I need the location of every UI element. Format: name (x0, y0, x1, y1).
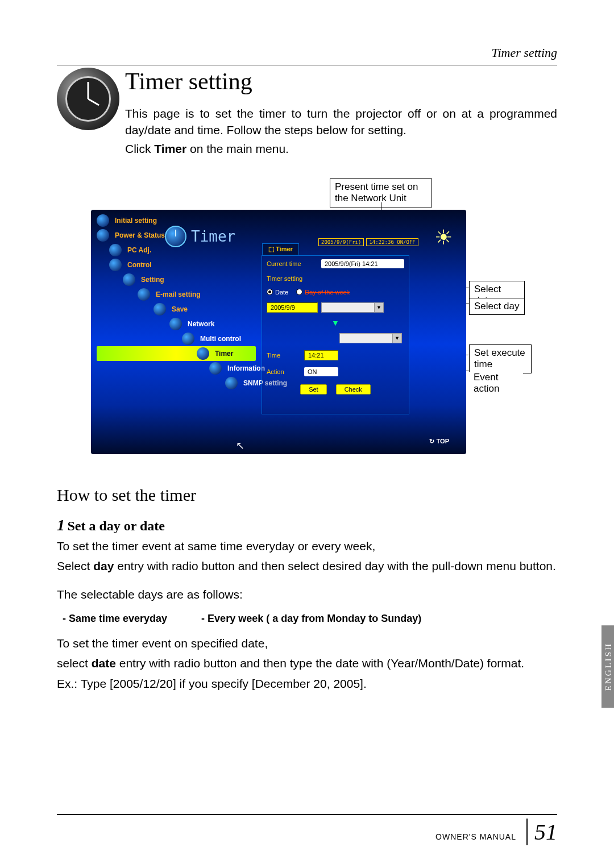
nav-setting[interactable]: Setting (97, 272, 256, 287)
screenshot-figure: Present time set on the Network Unit Sel… (91, 178, 523, 463)
arrow-down-icon: ▼ (262, 316, 409, 330)
radio-dot-icon (267, 289, 273, 295)
page-footer: OWNER'S MANUAL 51 (57, 814, 557, 845)
body-text: The selectable days are as follows: (57, 586, 557, 603)
nav-icon (138, 288, 150, 301)
body-text: To set the timer event at same time ever… (57, 538, 557, 554)
step-number: 1 (57, 516, 65, 534)
nav-icon (154, 303, 166, 315)
text-span: Select (57, 559, 93, 572)
top-label: TOP (437, 438, 449, 445)
intro-paragraph: This page is to set the timer to turn th… (125, 105, 557, 139)
radio-day-of-week[interactable]: Day of the week (296, 289, 350, 296)
radio-dot-icon (296, 289, 302, 295)
click-suffix: on the main menu. (186, 142, 289, 155)
nav-label: Timer (215, 350, 233, 358)
radio-date[interactable]: Date (267, 289, 288, 296)
body-text: Ex.: Type [2005/12/20] if you specify [D… (57, 675, 557, 692)
nav-icon (97, 214, 109, 227)
nav-label: Power & Status (115, 231, 165, 239)
callout-select-day: Select day (469, 298, 525, 315)
selectable-days-row: - Same time everyday - Every week ( a da… (57, 613, 557, 625)
nav-icon (123, 273, 135, 286)
nav-multi-control[interactable]: Multi control (97, 331, 256, 346)
option-b: - Every week ( a day from Monday to Sund… (201, 613, 421, 625)
ui-screenshot: Initial setting Power & Status PC Adj. C… (91, 210, 466, 454)
nav-information[interactable]: Information (97, 361, 256, 376)
action-label: Action (267, 368, 301, 375)
nav-label: Multi control (200, 335, 241, 343)
timer-setting-label: Timer setting (267, 275, 318, 282)
status-time: 14:22:36 ON/OFF (366, 238, 418, 246)
nav-control[interactable]: Control (97, 258, 256, 272)
callout-set-execute-time: Set execute time (469, 344, 532, 373)
top-button[interactable]: ↻TOP (429, 438, 449, 445)
sun-icon: ☀ (434, 226, 453, 250)
nav-label: E-mail setting (156, 290, 201, 298)
nav-label: Initial setting (115, 217, 157, 225)
nav-save[interactable]: Save (97, 302, 256, 317)
status-date: 2005/9/9(Fri) (318, 238, 364, 246)
text-span: entry with radio button and then type th… (116, 657, 524, 670)
page-number: 51 (526, 819, 557, 845)
nav-label: PC Adj. (127, 246, 151, 254)
step-title: Set a day or date (67, 518, 165, 533)
nav-snmp-setting[interactable]: SNMP setting (97, 376, 256, 391)
nav-icon (97, 229, 109, 242)
text-bold: date (92, 657, 116, 670)
status-bar: 2005/9/9(Fri) 14:22:36 ON/OFF (318, 238, 418, 246)
callout-event-action: Event action (469, 372, 523, 395)
nav-icon (109, 259, 122, 271)
nav-icon (182, 333, 194, 345)
nav-timer[interactable]: Timer (97, 346, 256, 361)
time-input[interactable]: 14:21 (304, 350, 338, 360)
nav-network[interactable]: Network (97, 317, 256, 331)
text-span: select (57, 657, 92, 670)
nav-icon (109, 244, 122, 256)
chevron-down-icon: ▼ (392, 334, 401, 343)
set-button[interactable]: Set (300, 384, 327, 394)
nav-label: Control (127, 261, 152, 269)
radio-date-label: Date (275, 289, 288, 296)
date-input[interactable]: 2005/9/9 (267, 302, 318, 313)
nav-label: Information (227, 364, 265, 372)
click-instruction: Click Timer on the main menu. (125, 142, 557, 156)
timer-panel: Timer Current time 2005/9/9(Fri) 14:21 T… (262, 255, 409, 414)
day-dropdown[interactable]: ▼ (321, 302, 384, 313)
language-tab: ENGLISH (601, 625, 614, 708)
dropdown[interactable]: ▼ (339, 333, 402, 343)
action-select[interactable]: ON (304, 367, 338, 376)
page-title: Timer setting (125, 68, 557, 95)
nav-label: Save (172, 305, 188, 313)
nav-label: Network (188, 320, 214, 328)
check-button[interactable]: Check (336, 384, 371, 394)
time-label: Time (267, 352, 301, 359)
click-bold: Timer (154, 142, 186, 155)
body-text: Select day entry with radio button and t… (57, 558, 557, 574)
cursor-icon: ↖ (236, 439, 244, 452)
nav-icon (225, 377, 238, 389)
body-text: To set the timer event on specified date… (57, 635, 557, 651)
running-header: Timer setting (57, 45, 557, 60)
clock-icon (57, 68, 119, 130)
text-bold: day (93, 559, 114, 572)
nav-email-setting[interactable]: E-mail setting (97, 287, 256, 302)
current-time-value: 2005/9/9(Fri) 14:21 (321, 259, 404, 268)
panel-header-text: Timer (191, 228, 235, 245)
timer-clock-icon (165, 226, 186, 247)
nav-icon (169, 318, 182, 330)
body-text: select date entry with radio button and … (57, 655, 557, 671)
section-heading: How to set the timer (57, 485, 557, 505)
option-a: - Same time everyday (63, 613, 167, 625)
radio-day-label: Day of the week (305, 289, 350, 296)
text-span: entry with radio button and then select … (114, 559, 555, 572)
nav-label: Setting (141, 276, 164, 284)
chevron-down-icon: ▼ (374, 303, 383, 312)
panel-header: Timer (165, 226, 235, 247)
current-time-label: Current time (267, 260, 318, 267)
nav-icon (197, 347, 209, 360)
nav-icon (209, 362, 222, 375)
panel-tab[interactable]: Timer (262, 243, 299, 255)
header-rule (57, 65, 557, 65)
doc-name: OWNER'S MANUAL (435, 832, 516, 841)
